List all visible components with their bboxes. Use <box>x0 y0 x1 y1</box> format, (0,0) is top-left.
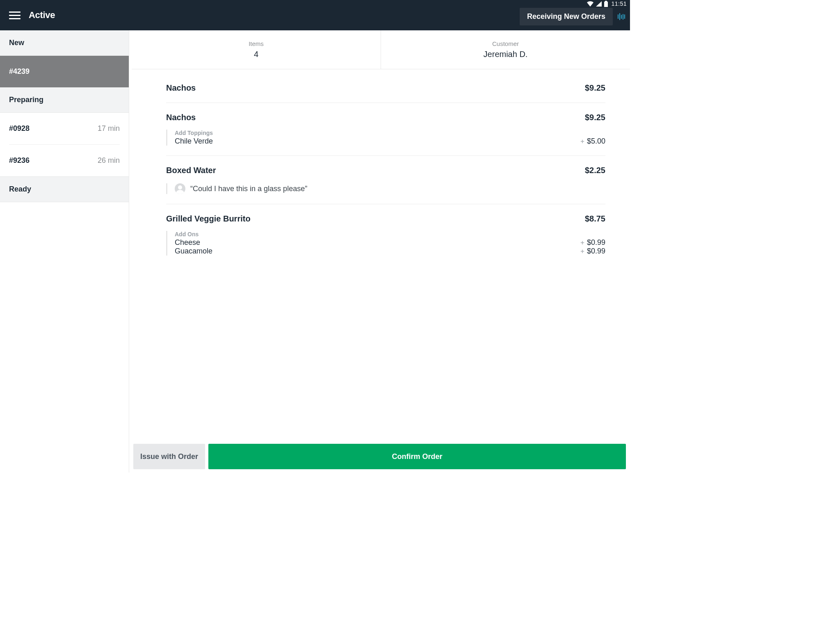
plus-icon: + <box>580 239 584 247</box>
line-item: Boxed Water $2.25 “Could I have this in … <box>166 156 605 204</box>
menu-icon[interactable] <box>9 11 21 19</box>
section-header-preparing[interactable]: Preparing <box>0 87 129 113</box>
modifier-price: +$0.99 <box>580 238 605 247</box>
item-price: $8.75 <box>585 214 605 224</box>
note-text: “Could I have this in a glass please” <box>190 185 307 193</box>
app-header: 11:51 Active Receiving New Orders <box>0 0 630 30</box>
plus-icon: + <box>580 247 584 255</box>
section-header-new[interactable]: New <box>0 30 129 56</box>
item-price: $2.25 <box>585 166 605 175</box>
action-footer: Issue with Order Confirm Order <box>133 444 626 469</box>
order-id: #4239 <box>9 67 30 76</box>
order-elapsed: 26 min <box>98 156 120 165</box>
modifier-group: Add Toppings Chile Verde +$5.00 <box>166 130 605 146</box>
summary-customer: Customer Jeremiah D. <box>381 30 630 69</box>
order-id: #0928 <box>9 124 30 133</box>
modifier-name: Cheese <box>175 238 200 247</box>
summary-customer-value: Jeremiah D. <box>484 50 528 59</box>
modifier-group-label: Add Toppings <box>175 130 605 136</box>
summary-items-value: 4 <box>254 50 258 59</box>
line-item: Nachos $9.25 Add Toppings Chile Verde +$… <box>166 103 605 156</box>
item-name: Nachos <box>166 113 196 122</box>
plus-icon: + <box>580 137 584 145</box>
line-item: Nachos $9.25 <box>166 73 605 103</box>
order-summary: Items 4 Customer Jeremiah D. <box>132 30 630 69</box>
cell-signal-icon <box>596 1 602 7</box>
order-detail: Items 4 Customer Jeremiah D. Nachos $9.2… <box>129 30 630 472</box>
customer-note: “Could I have this in a glass please” <box>166 183 605 194</box>
device-status-bar: 11:51 <box>587 0 627 8</box>
summary-customer-label: Customer <box>492 40 519 47</box>
wifi-icon <box>587 1 593 7</box>
order-item-9236[interactable]: #9236 26 min <box>0 145 129 176</box>
order-id: #9236 <box>9 156 30 165</box>
issue-with-order-button[interactable]: Issue with Order <box>133 444 205 469</box>
modifier-name: Guacamole <box>175 247 212 256</box>
status-bar-time: 11:51 <box>611 0 627 7</box>
modifier-group-label: Add Ons <box>175 231 605 237</box>
battery-icon <box>604 1 608 7</box>
order-item-4239[interactable]: #4239 <box>0 56 129 87</box>
avatar-icon <box>175 183 185 194</box>
line-item: Grilled Veggie Burrito $8.75 Add Ons Che… <box>166 204 605 256</box>
modifier-row: Cheese +$0.99 <box>175 238 605 247</box>
item-name: Nachos <box>166 83 196 93</box>
modifier-row: Guacamole +$0.99 <box>175 247 605 256</box>
item-name: Grilled Veggie Burrito <box>166 214 251 224</box>
order-elapsed: 17 min <box>98 124 120 133</box>
line-items-list[interactable]: Nachos $9.25 Nachos $9.25 Add Toppings C… <box>129 69 630 472</box>
item-name: Boxed Water <box>166 166 216 175</box>
receiving-status-badge[interactable]: Receiving New Orders <box>520 8 613 25</box>
modifier-price: +$5.00 <box>580 137 605 146</box>
modifier-group: Add Ons Cheese +$0.99 Guacamole +$0.99 <box>166 231 605 256</box>
section-header-ready[interactable]: Ready <box>0 177 129 202</box>
summary-items: Items 4 <box>132 30 381 69</box>
page-title: Active <box>29 10 55 21</box>
item-price: $9.25 <box>585 113 605 122</box>
modifier-row: Chile Verde +$5.00 <box>175 137 605 146</box>
modifier-name: Chile Verde <box>175 137 213 146</box>
confirm-order-button[interactable]: Confirm Order <box>208 444 626 469</box>
item-price: $9.25 <box>585 83 605 93</box>
modifier-price: +$0.99 <box>580 247 605 256</box>
order-item-0928[interactable]: #0928 17 min <box>0 113 129 144</box>
activity-pulse-icon[interactable] <box>616 13 627 20</box>
orders-sidebar: New #4239 Preparing #0928 17 min #9236 2… <box>0 30 129 472</box>
summary-items-label: Items <box>249 40 264 47</box>
